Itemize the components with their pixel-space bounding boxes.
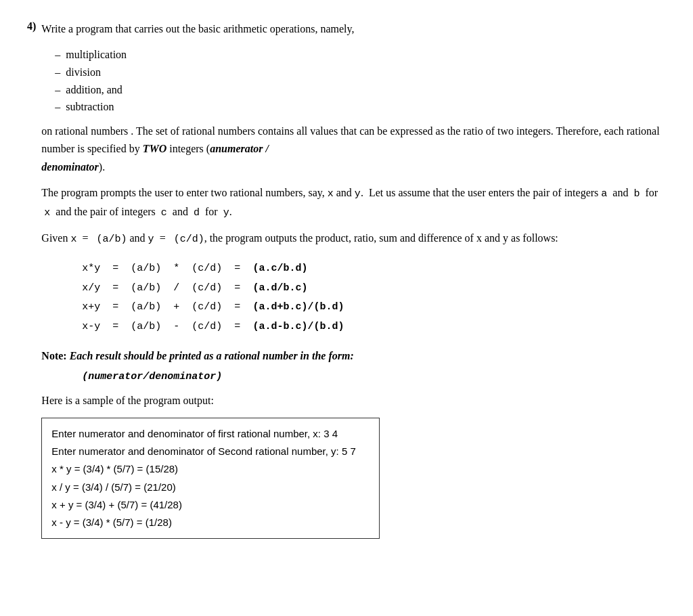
bullet-item-addition: addition, and bbox=[55, 81, 666, 99]
formula-row-add: x+y = (a/b) + (c/d) = (a.d+b.c)/(b.d) bbox=[82, 298, 666, 317]
sample-line-3: x * y = (3/4) * (5/7) = (15/28) bbox=[51, 460, 370, 478]
sample-line-5: x + y = (3/4) + (5/7) = (41/28) bbox=[51, 496, 370, 514]
question-block: 4) Write a program that carries out the … bbox=[27, 20, 666, 539]
bullet-item-multiplication: multiplication bbox=[55, 46, 666, 64]
sample-line-4: x / y = (3/4) / (5/7) = (21/20) bbox=[51, 479, 370, 496]
formula-row-subtract: x-y = (a/b) - (c/d) = (a.d-b.c)/(b.d) bbox=[82, 317, 666, 337]
bullet-item-subtraction: subtraction bbox=[55, 98, 666, 116]
note-line: Note: Each result should be printed as a… bbox=[41, 347, 666, 365]
sample-line-6: x - y = (3/4) * (5/7) = (1/28) bbox=[51, 514, 370, 531]
sample-line-1: Enter numerator and denominator of first… bbox=[51, 425, 370, 443]
question-intro: Write a program that carries out the bas… bbox=[41, 20, 666, 38]
paragraph-prompts: The program prompts the user to enter tw… bbox=[41, 184, 666, 222]
question-number: 4) bbox=[27, 20, 36, 539]
bold-italic-denominator: denominator bbox=[41, 161, 98, 173]
sample-output: Enter numerator and denominator of first… bbox=[41, 418, 380, 540]
formula-row-divide: x/y = (a/b) / (c/d) = (a.d/b.c) bbox=[82, 279, 666, 299]
sample-label: Here is a sample of the program output: bbox=[41, 392, 666, 410]
question-content: Write a program that carries out the bas… bbox=[41, 20, 666, 539]
given-line: Given x = (a/b) and y = (c/d), the progr… bbox=[41, 229, 666, 248]
sample-line-2: Enter numerator and denominator of Secon… bbox=[51, 443, 370, 460]
bold-italic-anumerator: anumerator / bbox=[210, 143, 269, 154]
bullet-item-division: division bbox=[55, 64, 666, 81]
code-formula: (numerator/denominator) bbox=[82, 371, 666, 382]
formula-row-multiply: x*y = (a/b) * (c/d) = (a.c/b.d) bbox=[82, 259, 666, 279]
bullet-list: multiplication division addition, and su… bbox=[55, 46, 666, 115]
bold-italic-two: TWO bbox=[143, 143, 167, 154]
paragraph-rational: on rational numbers . The set of rationa… bbox=[41, 123, 666, 176]
formula-block: x*y = (a/b) * (c/d) = (a.c/b.d) x/y = (a… bbox=[82, 259, 666, 336]
